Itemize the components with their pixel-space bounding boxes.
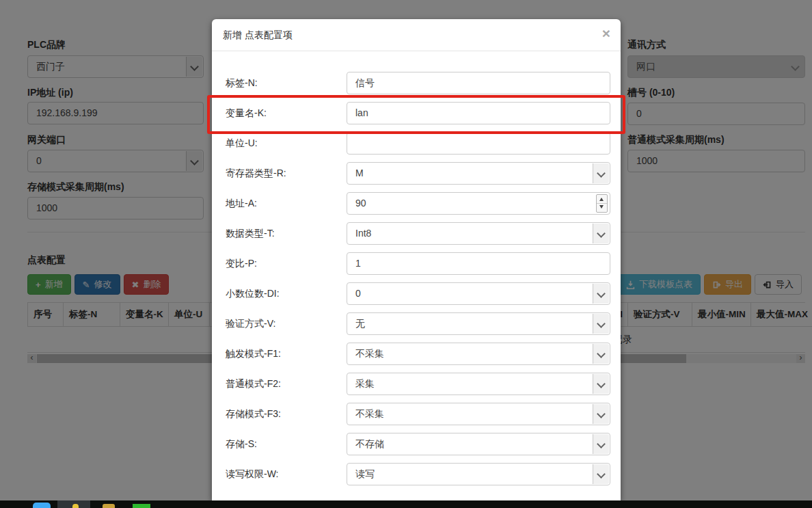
close-icon[interactable]: × — [602, 26, 610, 40]
field-input[interactable]: 1 — [347, 252, 610, 275]
taskbar-app-icon[interactable] — [133, 504, 150, 508]
field-label: 变量名-K: — [226, 102, 347, 124]
chevron-down-icon[interactable] — [593, 163, 609, 183]
chevron-down-icon[interactable] — [593, 344, 609, 364]
chevron-down-icon[interactable] — [593, 374, 609, 394]
field-label: 存储-S: — [226, 433, 347, 455]
modal-field-row: 寄存器类型-R:M — [226, 162, 610, 185]
spinner-down-icon[interactable] — [597, 203, 607, 212]
field-select[interactable]: 不采集 — [347, 343, 610, 365]
taskbar-folder-icon[interactable] — [103, 504, 115, 508]
modal-field-row: 变量名-K:lan — [226, 102, 610, 124]
field-select[interactable]: M — [347, 162, 610, 185]
modal-field-row: 验证方式-V:无 — [226, 312, 610, 335]
field-label: 变比-P: — [226, 252, 347, 275]
field-select[interactable]: 不采集 — [347, 403, 610, 425]
modal-field-row: 单位-U: — [226, 132, 610, 155]
modal-title: 新增 点表配置项 — [223, 29, 293, 42]
field-label: 寄存器类型-R: — [226, 162, 347, 185]
taskbar-browser-icon[interactable] — [33, 503, 51, 508]
field-select[interactable]: 无 — [347, 312, 610, 335]
modal-header: 新增 点表配置项 × — [212, 19, 621, 51]
field-select[interactable]: 读写 — [347, 463, 610, 485]
field-select[interactable]: 采集 — [347, 373, 610, 395]
field-label: 触发模式-F1: — [226, 343, 347, 365]
field-label: 单位-U: — [226, 132, 347, 155]
modal-field-row: 读写权限-W:读写 — [226, 463, 610, 485]
number-spinner[interactable] — [596, 194, 608, 213]
modal-body: 标签-N:信号变量名-K:lan单位-U:寄存器类型-R:M地址-A:90数据类… — [212, 51, 621, 485]
field-input[interactable]: 90 — [347, 192, 610, 215]
chevron-down-icon[interactable] — [593, 404, 609, 424]
modal-field-row: 变比-P:1 — [226, 252, 610, 275]
chevron-down-icon[interactable] — [593, 464, 609, 484]
chevron-down-icon[interactable] — [593, 434, 609, 454]
taskbar-app-icon[interactable] — [72, 504, 79, 508]
field-input[interactable]: lan — [347, 102, 610, 124]
field-input[interactable]: 信号 — [347, 72, 610, 94]
modal-field-row: 存储模式-F3:不采集 — [226, 403, 610, 425]
modal-field-row: 触发模式-F1:不采集 — [226, 343, 610, 365]
os-taskbar[interactable] — [0, 500, 812, 508]
modal-field-row: 标签-N:信号 — [226, 72, 610, 94]
field-label: 标签-N: — [226, 72, 347, 94]
field-select[interactable]: 0 — [347, 282, 610, 305]
modal-field-row: 普通模式-F2:采集 — [226, 373, 610, 395]
modal-field-row: 存储-S:不存储 — [226, 433, 610, 455]
modal-field-row: 小数位数-DI:0 — [226, 282, 610, 305]
field-label: 小数位数-DI: — [226, 282, 347, 305]
field-label: 验证方式-V: — [226, 312, 347, 335]
add-point-config-modal: 新增 点表配置项 × 标签-N:信号变量名-K:lan单位-U:寄存器类型-R:… — [212, 19, 621, 500]
field-select[interactable]: 不存储 — [347, 433, 610, 455]
field-label: 地址-A: — [226, 192, 347, 215]
chevron-down-icon[interactable] — [593, 284, 609, 304]
field-label: 普通模式-F2: — [226, 373, 347, 395]
field-input[interactable] — [347, 132, 610, 155]
chevron-down-icon[interactable] — [593, 224, 609, 243]
field-label: 读写权限-W: — [226, 463, 347, 485]
modal-field-row: 地址-A:90 — [226, 192, 610, 215]
field-select[interactable]: Int8 — [347, 222, 610, 245]
field-label: 数据类型-T: — [226, 222, 347, 245]
chevron-down-icon[interactable] — [593, 314, 609, 334]
field-label: 存储模式-F3: — [226, 403, 347, 425]
modal-field-row: 数据类型-T:Int8 — [226, 222, 610, 245]
